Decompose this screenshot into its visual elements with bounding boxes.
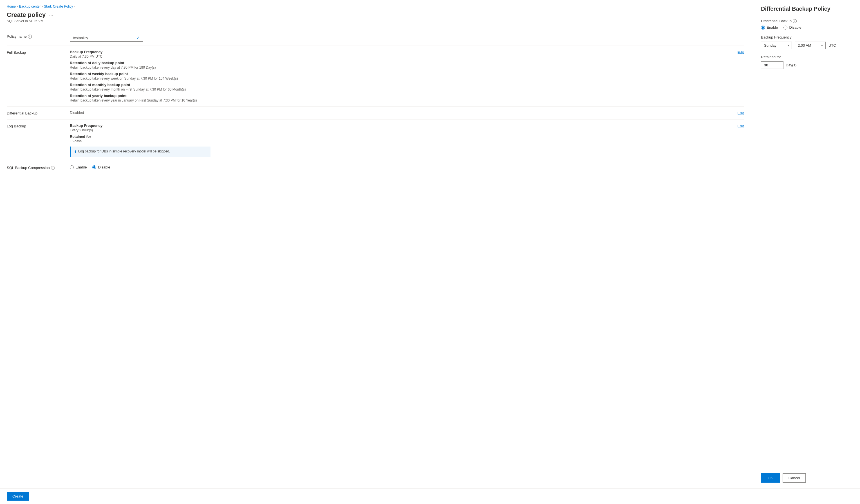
info-icon: ℹ [75, 150, 76, 154]
retained-input[interactable] [761, 61, 784, 69]
retention-yearly-value: Retain backup taken every year in Januar… [70, 99, 737, 102]
differential-backup-label: Differential Backup [7, 110, 63, 115]
create-button[interactable]: Create [7, 492, 29, 501]
differential-backup-edit-link[interactable]: Edit [737, 110, 744, 115]
right-differential-enable-option[interactable]: Enable [761, 25, 778, 30]
full-backup-frequency-value: Daily at 7:30 PM UTC [70, 55, 737, 59]
check-icon: ✓ [137, 35, 140, 40]
bottom-bar: Create [0, 488, 860, 504]
day-select[interactable]: Sunday Monday Tuesday Wednesday Thursday… [761, 42, 792, 49]
differential-backup-row: Differential Backup Disabled Edit [7, 107, 744, 120]
retention-monthly-value: Retain backup taken every month on First… [70, 88, 737, 91]
right-differential-disable-label: Disable [789, 25, 801, 30]
full-backup-inner: Backup Frequency Daily at 7:30 PM UTC Re… [70, 50, 737, 102]
policy-name-row: Policy name i ✓ [7, 30, 744, 46]
right-panel-title: Differential Backup Policy [761, 5, 852, 12]
log-backup-frequency-value: Every 2 hour(s) [70, 128, 737, 132]
breadcrumb-home[interactable]: Home [7, 4, 16, 9]
log-backup-info-text: Log backup for DBs in simple recovery mo… [78, 149, 170, 153]
sql-compression-enable-label: Enable [75, 165, 87, 169]
right-differential-disable-option[interactable]: Disable [784, 25, 801, 30]
retention-daily-value: Retain backup taken every day at 7:30 PM… [70, 65, 737, 70]
differential-backup-content: Disabled Edit [70, 110, 744, 115]
policy-name-field-wrapper: ✓ [70, 34, 744, 42]
sql-compression-disable-radio[interactable] [92, 165, 96, 169]
right-backup-frequency-label: Backup Frequency [761, 35, 852, 39]
differential-backup-status: Disabled [70, 110, 84, 115]
right-differential-info-icon[interactable]: i [793, 19, 797, 23]
right-bottom-bar: OK Cancel [761, 469, 852, 483]
log-backup-inner: Backup Frequency Every 2 hour(s) Retaine… [70, 123, 737, 157]
retention-yearly-label: Retention of yearly backup point [70, 94, 737, 98]
cancel-button[interactable]: Cancel [783, 473, 806, 483]
breadcrumb-sep-3: › [74, 5, 75, 8]
full-backup-frequency-label: Backup Frequency [70, 50, 737, 54]
log-backup-info-box: ℹ Log backup for DBs in simple recovery … [70, 147, 211, 157]
log-backup-retained-label: Retained for [70, 134, 737, 139]
log-backup-retained-value: 15 days [70, 139, 737, 143]
day-select-wrapper: Sunday Monday Tuesday Wednesday Thursday… [761, 42, 792, 49]
ok-button[interactable]: OK [761, 473, 780, 483]
right-retained-group: Retained for Day(s) [761, 55, 852, 69]
right-differential-group: Differential Backup i Enable Disable [761, 19, 852, 30]
sql-compression-disable-label: Disable [98, 165, 110, 169]
retention-monthly-label: Retention of monthly backup point [70, 83, 737, 87]
page-subtitle: SQL Server in Azure VM [7, 19, 744, 23]
utc-label: UTC [829, 43, 836, 47]
days-label: Day(s) [786, 63, 797, 67]
page-title-row: Create policy ··· [7, 11, 744, 18]
time-select[interactable]: 12:00 AM 1:00 AM 2:00 AM 3:00 AM 4:00 AM… [795, 42, 826, 49]
breadcrumb-create-policy[interactable]: Start: Create Policy [44, 4, 73, 9]
breadcrumb-sep-1: › [17, 5, 18, 8]
log-backup-content: Backup Frequency Every 2 hour(s) Retaine… [70, 123, 744, 157]
more-options-button[interactable]: ··· [48, 12, 54, 18]
breadcrumb-backup-center[interactable]: Backup center [19, 4, 41, 9]
right-differential-enable-radio[interactable] [761, 26, 765, 30]
right-differential-disable-radio[interactable] [784, 26, 787, 30]
right-differential-enable-label: Enable [766, 25, 778, 30]
sql-compression-content: Enable Disable [70, 165, 744, 169]
log-backup-edit-link[interactable]: Edit [737, 123, 744, 128]
full-backup-row: Full Backup Backup Frequency Daily at 7:… [7, 46, 744, 107]
policy-name-input[interactable] [73, 36, 134, 40]
policy-name-info-icon[interactable]: i [28, 34, 32, 39]
right-differential-radio-group: Enable Disable [761, 25, 852, 30]
sql-compression-disable-option[interactable]: Disable [92, 165, 110, 169]
sql-compression-radio-group: Enable Disable [70, 165, 744, 169]
retention-weekly-value: Retain backup taken every week on Sunday… [70, 76, 737, 80]
right-retained-label: Retained for [761, 55, 852, 59]
full-backup-edit-link[interactable]: Edit [737, 50, 744, 55]
log-backup-frequency-label: Backup Frequency [70, 123, 737, 128]
retention-daily-label: Retention of daily backup point [70, 61, 737, 65]
sql-compression-row: SQL Backup Compression i Enable Disable [7, 161, 744, 174]
breadcrumb: Home › Backup center › Start: Create Pol… [7, 4, 744, 9]
full-backup-content: Backup Frequency Daily at 7:30 PM UTC Re… [70, 50, 744, 102]
retention-weekly-label: Retention of weekly backup point [70, 72, 737, 76]
differential-backup-inner: Disabled [70, 110, 737, 115]
time-select-wrapper: 12:00 AM 1:00 AM 2:00 AM 3:00 AM 4:00 AM… [795, 42, 826, 49]
policy-name-label: Policy name i [7, 34, 63, 39]
right-frequency-row: Sunday Monday Tuesday Wednesday Thursday… [761, 42, 852, 49]
log-backup-row: Log Backup Backup Frequency Every 2 hour… [7, 120, 744, 161]
right-backup-frequency-group: Backup Frequency Sunday Monday Tuesday W… [761, 35, 852, 49]
sql-compression-enable-option[interactable]: Enable [70, 165, 87, 169]
breadcrumb-sep-2: › [42, 5, 43, 8]
right-differential-label: Differential Backup i [761, 19, 852, 23]
log-backup-label: Log Backup [7, 123, 63, 128]
sql-compression-info-icon[interactable]: i [51, 166, 55, 170]
full-backup-label: Full Backup [7, 50, 63, 55]
page-title: Create policy [7, 11, 46, 18]
sql-compression-enable-radio[interactable] [70, 165, 74, 169]
policy-name-input-box[interactable]: ✓ [70, 34, 143, 42]
sql-compression-label: SQL Backup Compression i [7, 165, 63, 170]
retained-input-row: Day(s) [761, 61, 852, 69]
right-panel: Differential Backup Policy Differential … [753, 0, 860, 488]
